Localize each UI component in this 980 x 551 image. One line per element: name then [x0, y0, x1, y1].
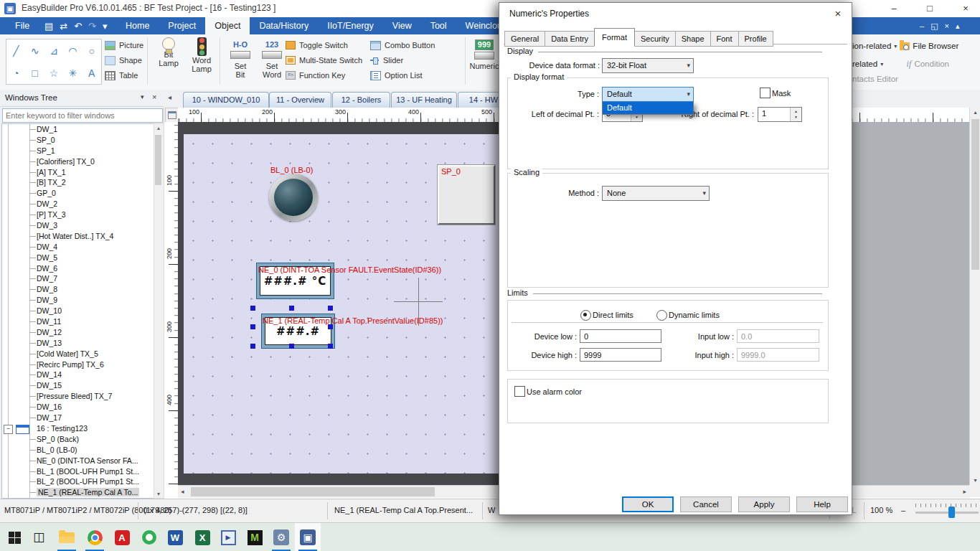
menu-tab-object[interactable]: Object [205, 17, 250, 34]
tree-item-p-tx-3[interactable]: [P] TX_3 [2, 209, 154, 220]
type-dropdown-option-default[interactable]: Default [602, 102, 694, 115]
tree-item-dw-15[interactable]: DW_15 [2, 380, 154, 391]
selection-handle[interactable] [289, 306, 294, 311]
scroll-down-icon[interactable]: ▾ [970, 477, 980, 484]
ribbon-collapse-icon[interactable]: ▴ [956, 22, 960, 31]
tree-item-dw-16[interactable]: DW_16 [2, 402, 154, 413]
type-select[interactable]: Default ▾ [602, 87, 694, 102]
dialog-tab-shape[interactable]: Shape [675, 31, 711, 47]
window-tab-10-window-010[interactable]: 10 - WINDOW_010 [183, 92, 269, 108]
ribbon-item-function-key[interactable]: FnFunction Key [286, 69, 362, 82]
ribbon-item-action-related[interactable]: ion-related ▾ File Browser [852, 42, 958, 50]
window-tab-11-overview[interactable]: 11 - Overview [269, 92, 331, 108]
apply-button[interactable]: Apply [738, 496, 790, 512]
window-tab-12-boilers[interactable]: 12 - Boilers [332, 92, 390, 108]
tree-item-gp-0[interactable]: GP_0 [2, 188, 154, 199]
selection-handle[interactable] [328, 344, 333, 349]
tree-item-dw-4[interactable]: DW_4 [2, 242, 154, 253]
tree-item-bl-1-bool-ufh-pump1-st[interactable]: BL_1 (BOOL-UFH Pump1 St... [2, 466, 154, 477]
minimize-button-icon[interactable]: – [880, 0, 908, 17]
dialog-close-icon[interactable]: × [830, 6, 846, 21]
taskbar-excel[interactable]: X [189, 523, 215, 551]
taskbar-word[interactable]: W [162, 523, 188, 551]
text-icon[interactable]: A [88, 68, 95, 78]
zoom-slider-thumb[interactable] [948, 507, 955, 518]
polyline-icon[interactable]: ⊿ [50, 46, 58, 56]
ribbon-item-multi-state-switch[interactable]: Multi-State Switch [286, 54, 362, 67]
right-decimal-spinner[interactable]: 1 ▲ ▼ [758, 107, 802, 122]
bit-lamp-object-bl0[interactable] [269, 174, 318, 221]
scroll-up-icon[interactable]: ▴ [970, 109, 980, 116]
selection-handle[interactable] [250, 306, 255, 311]
ribbon-item-slider[interactable]: Slider [370, 54, 435, 67]
ribbon-item-picture[interactable]: Picture [105, 39, 143, 52]
selection-handle[interactable] [328, 324, 333, 329]
menu-tab-tool[interactable]: Tool [421, 17, 456, 34]
tree-item-dw-9[interactable]: DW_9 [2, 295, 154, 306]
use-alarm-color-checkbox[interactable] [514, 386, 525, 397]
taskbar-media-app[interactable]: ▶ [215, 523, 241, 551]
taskbar-green-app[interactable] [136, 523, 162, 551]
menu-file[interactable]: File [6, 17, 39, 34]
menu-tab-project[interactable]: Project [159, 17, 205, 34]
tree-item-dw-11[interactable]: DW_11 [2, 316, 154, 327]
tree-item-dw-14[interactable]: DW_14 [2, 369, 154, 380]
ribbon-item-table[interactable]: Table [105, 69, 143, 82]
selection-handle[interactable] [250, 324, 255, 329]
taskbar-utility-app[interactable]: ⚙ [268, 523, 294, 551]
arc-icon[interactable]: ◠ [68, 46, 77, 56]
tree-item-bl-0-lb-0[interactable]: BL_0 (LB-0) [2, 445, 154, 456]
ribbon-item-bit-lamp[interactable]: Bit Lamp [152, 37, 185, 67]
ok-button[interactable]: OK [622, 496, 674, 512]
pie-icon[interactable]: ◔ [13, 68, 19, 78]
taskbar-easybuilder-pro[interactable]: ▣ [295, 523, 321, 551]
ellipse-icon[interactable]: ○ [89, 46, 95, 56]
taskbar-start-button[interactable] [1, 523, 27, 551]
spin-down-icon[interactable]: ▼ [794, 116, 798, 119]
ribbon-item-combo-button[interactable]: Combo Button [370, 39, 435, 52]
dialog-tab-font[interactable]: Font [710, 31, 739, 47]
tree-item-ne-0-dint-toa-sensor-fa[interactable]: NE_0 (DINT-TOA Sensor FA... [2, 456, 154, 466]
tree-item-bl-2-bool-ufh-pump1-st[interactable]: BL_2 (BOOL-UFH Pump1 St... [2, 476, 154, 487]
dialog-tab-security[interactable]: Security [634, 31, 676, 47]
spin-up-icon[interactable]: ▲ [794, 110, 798, 113]
mdi-close-icon[interactable]: × [945, 22, 949, 30]
redo-icon[interactable]: ↷ [88, 21, 96, 32]
mask-checkbox[interactable] [760, 88, 771, 98]
scroll-right-icon[interactable]: ▸ [963, 488, 966, 495]
selection-handle[interactable] [289, 344, 294, 349]
tree-item-a-tx-1[interactable]: [A] TX_1 [2, 167, 154, 178]
tree-item-sp-0[interactable]: SP_0 [2, 135, 154, 146]
ribbon-item-file-browser[interactable]: File Browser [913, 42, 958, 50]
tree-item-hot-water-dist-tx-4[interactable]: [Hot Water Dist..] TX_4 [2, 231, 154, 242]
scroll-down-icon[interactable]: ▾ [155, 491, 162, 497]
maximize-button-icon[interactable]: □ [915, 0, 944, 17]
dialog-tab-format[interactable]: Format [594, 28, 635, 47]
menu-tab-view[interactable]: View [383, 17, 421, 34]
tree-item-dw-8[interactable]: DW_8 [2, 284, 154, 295]
method-select[interactable]: None ▾ [602, 186, 710, 201]
selection-handle[interactable] [328, 306, 333, 311]
tree-item-dw-17[interactable]: DW_17 [2, 413, 154, 423]
tree-item-calorifiers-tx-0[interactable]: [Calorifiers] TX_0 [2, 156, 154, 167]
freehand-icon[interactable]: ∿ [31, 46, 39, 56]
spin-down-icon[interactable]: ▼ [635, 116, 639, 119]
dialog-tab-data-entry[interactable]: Data Entry [545, 31, 595, 47]
line-icon[interactable]: ╱ [13, 46, 19, 56]
menu-tab-iiot-energy[interactable]: IIoT/Energy [318, 17, 383, 34]
ribbon-item-option-list[interactable]: Option List [370, 69, 435, 82]
ribbon-item-shape[interactable]: Shape [105, 54, 143, 67]
rectangle-icon[interactable]: □ [32, 68, 37, 78]
taskbar-task-view-button[interactable]: ◫ [26, 523, 52, 551]
spin-buttons[interactable]: ▲ ▼ [790, 108, 801, 121]
tree-item-dw-5[interactable]: DW_5 [2, 253, 154, 263]
device-data-format-select[interactable]: 32-bit Float ▾ [602, 58, 694, 73]
tree-item-dw-6[interactable]: DW_6 [2, 263, 154, 274]
device-low-input[interactable]: 0 [580, 329, 661, 343]
tree-item-pressure-bleed-tx-7[interactable]: [Pressure Bleed] TX_7 [2, 391, 154, 402]
taskbar-file-explorer[interactable] [54, 523, 80, 551]
ribbon-item-set-bit[interactable]: H-OSet Bit [224, 37, 257, 79]
tree-item-dw-3[interactable]: DW_3 [2, 220, 154, 231]
quick-access-caret-icon[interactable]: ▾ [103, 21, 108, 32]
undo-icon[interactable]: ↶ [74, 21, 82, 32]
